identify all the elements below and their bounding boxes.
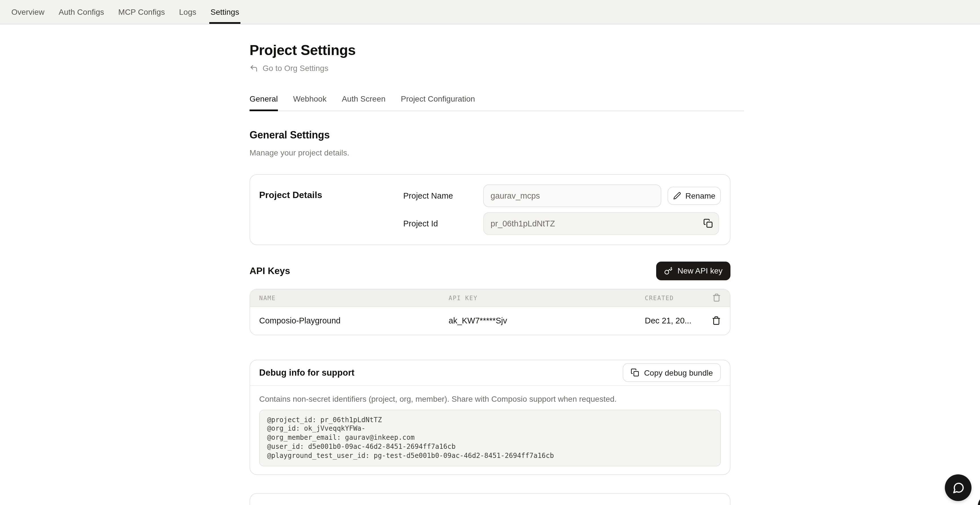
tab-auth-screen[interactable]: Auth Screen (342, 94, 385, 110)
project-name-input[interactable] (483, 184, 661, 207)
copy-icon (703, 218, 713, 228)
api-key-table-row: Composio-Playground ak_KW7*****Sjv Dec 2… (250, 306, 730, 335)
debug-info-card: Debug info for support Copy debug bundle… (250, 360, 730, 475)
project-id-field (483, 212, 719, 235)
nav-item-settings[interactable]: Settings (210, 0, 239, 24)
table-header-name: NAME (259, 294, 449, 301)
key-icon (664, 266, 672, 275)
copy-debug-bundle-label: Copy debug bundle (644, 368, 713, 377)
project-details-card: Project Details Project Name Rename Proj… (250, 174, 730, 245)
code-line-playground-test-user-id: @playground_test_user_id: pg-test-d5e001… (267, 451, 713, 460)
table-header-created: CREATED (645, 294, 696, 301)
debug-card-body: Contains non-secret identifiers (project… (250, 386, 730, 475)
edge-widget-partial (978, 495, 980, 505)
trash-icon (712, 293, 721, 302)
table-header-api-key: API KEY (449, 294, 645, 301)
new-api-key-button[interactable]: New API key (656, 261, 730, 280)
project-name-label: Project Name (403, 191, 483, 200)
project-id-input[interactable] (483, 212, 719, 235)
org-link-label: Go to Org Settings (262, 64, 328, 73)
project-details-fields: Project Name Rename Project Id (403, 184, 721, 235)
tab-webhook[interactable]: Webhook (293, 94, 327, 110)
project-name-row: Project Name Rename (403, 184, 721, 207)
trash-icon (712, 316, 721, 325)
project-id-row: Project Id (403, 212, 721, 235)
nav-item-mcp-configs[interactable]: MCP Configs (118, 0, 165, 24)
nav-item-auth-configs[interactable]: Auth Configs (59, 0, 104, 24)
copy-debug-bundle-button[interactable]: Copy debug bundle (622, 363, 721, 382)
api-key-created: Dec 21, 20... (645, 316, 696, 325)
support-chat-button[interactable] (945, 474, 972, 501)
pencil-icon (673, 191, 681, 199)
page-title: Project Settings (250, 41, 744, 60)
corner-up-left-icon (250, 64, 258, 72)
code-line-org-id: @org_id: ok_jVveqqkYFWa- (267, 425, 713, 434)
settings-tabs: General Webhook Auth Screen Project Conf… (250, 94, 744, 111)
nav-item-logs[interactable]: Logs (179, 0, 197, 24)
project-settings-page: Overview Auth Configs MCP Configs Logs S… (0, 0, 980, 505)
go-to-org-settings-link[interactable]: Go to Org Settings (250, 64, 328, 73)
copy-project-id-button[interactable] (702, 218, 713, 229)
tab-project-configuration[interactable]: Project Configuration (401, 94, 475, 110)
project-id-label: Project Id (403, 219, 483, 228)
api-key-row-actions (696, 316, 721, 325)
api-keys-table-header: NAME API KEY CREATED (250, 289, 730, 306)
api-keys-table: NAME API KEY CREATED Composio-Playground… (250, 288, 730, 335)
new-api-key-label: New API key (678, 266, 722, 275)
code-line-project-id: @project_id: pr_06th1pLdNtTZ (267, 416, 713, 425)
main-content: Project Settings Go to Org Settings Gene… (250, 41, 744, 505)
debug-card-title: Debug info for support (259, 367, 355, 378)
project-details-title: Project Details (259, 184, 403, 235)
delete-api-key-button[interactable] (712, 316, 721, 325)
api-keys-heading: API Keys (250, 265, 290, 276)
next-section-card (250, 493, 730, 505)
api-keys-header: API Keys New API key (250, 261, 730, 280)
rename-label: Rename (686, 191, 716, 200)
code-line-org-member-email: @org_member_email: gaurav@inkeep.com (267, 433, 713, 443)
tab-general[interactable]: General (250, 94, 278, 110)
code-line-user-id: @user_id: d5e001b0-09ac-46d2-8451-2694ff… (267, 443, 713, 452)
chat-bubble-icon (952, 481, 964, 494)
general-settings-subheading: Manage your project details. (250, 148, 744, 157)
debug-code-block: @project_id: pr_06th1pLdNtTZ @org_id: ok… (259, 409, 721, 467)
debug-description: Contains non-secret identifiers (project… (259, 394, 721, 403)
table-header-actions (696, 293, 721, 302)
api-key-name: Composio-Playground (259, 316, 449, 325)
copy-icon (630, 368, 639, 377)
debug-card-header: Debug info for support Copy debug bundle (250, 360, 730, 386)
nav-item-overview[interactable]: Overview (11, 0, 45, 24)
rename-button[interactable]: Rename (668, 186, 721, 205)
top-nav: Overview Auth Configs MCP Configs Logs S… (0, 0, 980, 24)
api-key-value: ak_KW7*****Sjv (449, 316, 645, 325)
general-settings-heading: General Settings (250, 129, 744, 141)
